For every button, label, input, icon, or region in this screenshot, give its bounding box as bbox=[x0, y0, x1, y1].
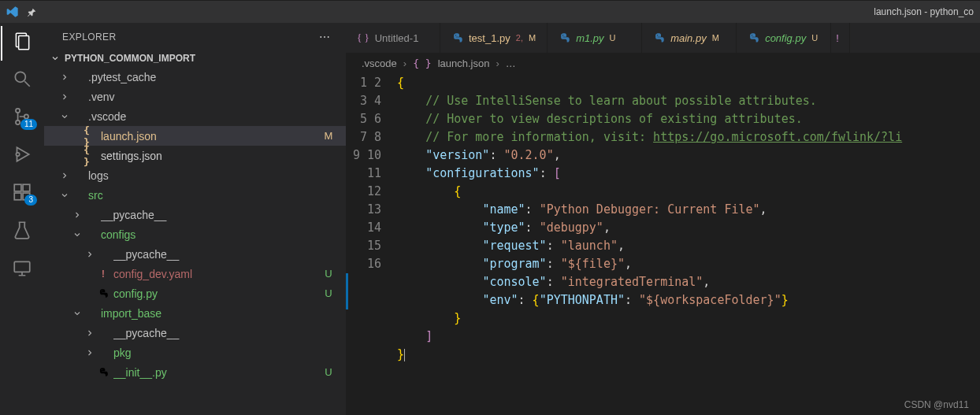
scm-badge: 11 bbox=[20, 119, 37, 130]
tab-label: Untitled-1 bbox=[375, 32, 419, 44]
python-file-icon bbox=[653, 32, 665, 44]
workspace-folder-name: PYTHON_COMMON_IMPORT bbox=[65, 53, 195, 64]
svg-rect-9 bbox=[14, 193, 21, 200]
breadcrumb-end: … bbox=[506, 57, 516, 69]
svg-rect-7 bbox=[14, 184, 21, 191]
editor-tab-overflow[interactable]: ! bbox=[831, 23, 850, 53]
editor-tab[interactable]: m1.pyU bbox=[548, 23, 642, 53]
tab-git-status: M bbox=[712, 33, 719, 43]
folder-row[interactable]: logs bbox=[44, 165, 346, 185]
python-file-icon bbox=[748, 32, 759, 44]
svg-point-2 bbox=[15, 72, 25, 82]
file-row[interactable]: __init__.pyU bbox=[44, 362, 346, 382]
chevron-right-icon[interactable] bbox=[58, 171, 71, 180]
ext-badge: 3 bbox=[24, 195, 37, 206]
folder-row[interactable]: .vscode bbox=[44, 106, 346, 126]
python-file-icon bbox=[559, 32, 570, 44]
folder-row[interactable]: pkg bbox=[44, 343, 346, 362]
folder-row[interactable]: import_base bbox=[44, 303, 346, 323]
git-status: M bbox=[322, 130, 335, 142]
tree-item-label: .venv bbox=[88, 91, 322, 103]
chevron-right-icon[interactable] bbox=[84, 328, 96, 338]
tab-label: m1.py bbox=[576, 32, 603, 44]
pin-icon[interactable] bbox=[27, 7, 37, 17]
tree-item-label: config_dev.yaml bbox=[113, 268, 322, 280]
json-file-icon: { } bbox=[84, 144, 98, 168]
svg-point-4 bbox=[16, 120, 20, 124]
chevron-right-icon[interactable] bbox=[84, 250, 96, 259]
tree-item-label: settings.json bbox=[101, 150, 322, 162]
json-icon: { } bbox=[413, 57, 431, 69]
tab-git-status: U bbox=[610, 33, 616, 43]
search-view-icon[interactable] bbox=[12, 69, 32, 89]
file-row[interactable]: config.pyU bbox=[44, 283, 346, 303]
tab-label: test_1.py bbox=[469, 32, 510, 44]
chevron-right-icon[interactable] bbox=[58, 92, 71, 102]
svg-rect-1 bbox=[19, 36, 29, 50]
chevron-right-icon[interactable] bbox=[71, 210, 84, 220]
folder-row[interactable]: configs bbox=[44, 224, 346, 244]
file-row[interactable]: !config_dev.yamlU bbox=[44, 264, 346, 283]
tree-item-label: __pycache__ bbox=[101, 209, 322, 221]
remote-view-icon[interactable] bbox=[12, 258, 32, 278]
tree-item-label: .vscode bbox=[88, 110, 322, 123]
tree-item-label: src bbox=[88, 189, 322, 202]
python-file-icon bbox=[96, 367, 110, 378]
folder-row[interactable]: .venv bbox=[44, 87, 346, 106]
folder-row[interactable]: __pycache__ bbox=[44, 205, 346, 224]
chevron-down-icon[interactable] bbox=[71, 230, 84, 239]
tree-item-label: configs bbox=[101, 228, 322, 241]
vscode-logo-icon bbox=[6, 6, 19, 18]
editor-tab[interactable]: main.pyM bbox=[642, 23, 737, 53]
chevron-down-icon[interactable] bbox=[58, 112, 71, 121]
testing-view-icon[interactable] bbox=[12, 220, 32, 240]
tree-item-label: config.py bbox=[113, 287, 322, 300]
breadcrumb[interactable]: .vscode › { } launch.json › … bbox=[346, 53, 980, 74]
tree-item-label: import_base bbox=[101, 307, 322, 320]
workspace-folder-header[interactable]: PYTHON_COMMON_IMPORT bbox=[44, 50, 346, 67]
editor-tab[interactable]: test_1.py2,M bbox=[440, 23, 548, 53]
folder-row[interactable]: src bbox=[44, 185, 346, 205]
scm-view-icon[interactable]: 11 bbox=[12, 106, 32, 127]
python-file-icon bbox=[96, 288, 110, 299]
chevron-down-icon[interactable] bbox=[71, 309, 84, 318]
svg-point-6 bbox=[16, 153, 19, 156]
tree-item-label: .pytest_cache bbox=[88, 71, 322, 83]
editor-area: { }Untitled-1test_1.py2,Mm1.pyUmain.pyMc… bbox=[346, 23, 980, 415]
tree-item-label: pkg bbox=[113, 346, 322, 359]
activity-bar: 11 3 bbox=[0, 23, 44, 415]
breadcrumb-segment[interactable]: launch.json bbox=[438, 57, 490, 69]
python-file-icon bbox=[451, 32, 463, 44]
code-editor[interactable]: { // Use IntelliSense to learn about pos… bbox=[397, 74, 980, 415]
svg-rect-8 bbox=[23, 184, 30, 191]
tab-problem-count: 2, bbox=[516, 33, 523, 43]
editor-tab[interactable]: { }Untitled-1 bbox=[346, 23, 440, 53]
sidebar-more-icon[interactable]: ⋯ bbox=[319, 31, 332, 43]
json-file-icon: { } bbox=[357, 31, 369, 44]
sidebar-title: EXPLORER bbox=[62, 31, 117, 43]
editor-tab[interactable]: config.pyU bbox=[737, 23, 831, 53]
folder-row[interactable]: __pycache__ bbox=[44, 244, 346, 264]
file-row[interactable]: { }launch.jsonM bbox=[44, 126, 346, 146]
git-status: U bbox=[322, 366, 335, 378]
titlebar: launch.json - python_co bbox=[0, 0, 980, 23]
folder-row[interactable]: __pycache__ bbox=[44, 323, 346, 343]
file-row[interactable]: { }settings.json bbox=[44, 146, 346, 165]
extensions-view-icon[interactable]: 3 bbox=[12, 182, 32, 202]
explorer-view-icon[interactable] bbox=[12, 31, 32, 51]
debug-view-icon[interactable] bbox=[12, 144, 32, 165]
folder-row[interactable]: .pytest_cache bbox=[44, 67, 346, 87]
tab-label: main.py bbox=[670, 32, 707, 44]
chevron-right-icon[interactable] bbox=[84, 348, 96, 358]
tree-item-label: logs bbox=[88, 169, 322, 182]
sidebar: EXPLORER ⋯ PYTHON_COMMON_IMPORT .pytest_… bbox=[44, 23, 346, 415]
git-status: U bbox=[322, 268, 335, 280]
svg-point-3 bbox=[16, 109, 20, 113]
line-number-gutter: 1 2 3 4 5 6 7 8 9 10 11 12 13 14 15 16 bbox=[346, 74, 397, 415]
editor-tabs: { }Untitled-1test_1.py2,Mm1.pyUmain.pyMc… bbox=[346, 23, 980, 53]
chevron-right-icon[interactable] bbox=[58, 72, 71, 82]
chevron-down-icon[interactable] bbox=[58, 191, 71, 200]
breadcrumb-segment[interactable]: .vscode bbox=[362, 57, 397, 69]
gutter-change-mark bbox=[346, 273, 348, 309]
tab-label: config.py bbox=[765, 32, 806, 44]
